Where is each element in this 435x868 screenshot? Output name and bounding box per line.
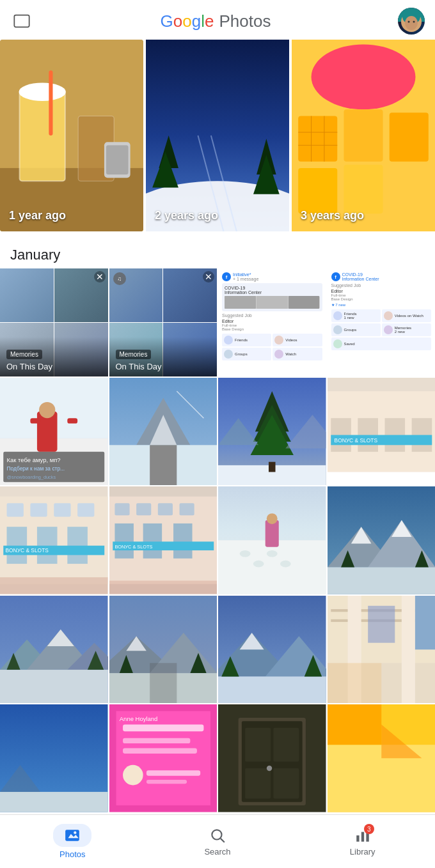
nav-item-library[interactable]: 3 Library bbox=[290, 826, 435, 856]
svg-rect-51 bbox=[269, 461, 276, 472]
photo-cell-social-2[interactable]: f COVID-19Information Center Suggested J… bbox=[328, 268, 436, 376]
photo-cell-social-1[interactable]: f Initiative*+ 1 message COVID-19Informa… bbox=[218, 268, 326, 376]
memories-overlay-1: Memories On This Day bbox=[0, 337, 108, 376]
memory-label-1: 1 year ago bbox=[9, 209, 66, 222]
photo-cell-yellow[interactable] bbox=[328, 704, 436, 812]
memories-title-1: On This Day bbox=[6, 362, 102, 371]
photo-cell-snow-person[interactable]: Как тебе амур, мп? Подбери к нам за стр.… bbox=[0, 378, 108, 486]
photos-icon bbox=[63, 826, 81, 844]
app-logo: Google Photos bbox=[161, 12, 271, 31]
svg-text:Подбери к нам за стр...: Подбери к нам за стр... bbox=[7, 465, 65, 472]
memory-card-1[interactable]: 1 year ago bbox=[0, 40, 143, 231]
svg-point-22 bbox=[312, 44, 416, 109]
svg-rect-9 bbox=[49, 70, 52, 136]
memories-overlay-2: Memories On This Day bbox=[109, 337, 217, 376]
svg-rect-84 bbox=[115, 523, 133, 559]
message-icon[interactable] bbox=[10, 10, 33, 33]
memory-card-3[interactable]: 3 years ago bbox=[292, 40, 435, 231]
nav-label-photos: Photos bbox=[59, 849, 85, 859]
svg-text:BONУC & SLOTS: BONУC & SLOTS bbox=[115, 544, 152, 550]
svg-rect-77 bbox=[0, 577, 108, 594]
svg-rect-145 bbox=[123, 748, 197, 753]
photo-cell-street-mountain[interactable] bbox=[109, 378, 217, 486]
photo-cell-landscape-2[interactable] bbox=[109, 596, 217, 704]
photo-cell-landscape-3[interactable] bbox=[218, 596, 326, 704]
photo-cell-snow-ground[interactable] bbox=[218, 486, 326, 594]
svg-point-93 bbox=[253, 561, 264, 568]
svg-rect-167 bbox=[356, 835, 359, 842]
svg-point-92 bbox=[240, 550, 251, 557]
memories-close-1[interactable]: ✕ bbox=[94, 271, 106, 283]
svg-point-4 bbox=[413, 21, 415, 23]
photo-cell-dark-door[interactable] bbox=[218, 704, 326, 812]
svg-text:Как тебе амур, мп?: Как тебе амур, мп? bbox=[7, 456, 61, 463]
svg-point-36 bbox=[39, 401, 55, 417]
avatar[interactable] bbox=[398, 8, 425, 35]
svg-rect-153 bbox=[245, 728, 271, 762]
svg-rect-139 bbox=[0, 792, 108, 812]
svg-rect-136 bbox=[328, 663, 381, 703]
social-card-2: f COVID-19Information Center Suggested J… bbox=[328, 268, 436, 376]
svg-text:@snowboarding_ducks: @snowboarding_ducks bbox=[7, 474, 56, 479]
svg-text:Anne Hoyland: Anne Hoyland bbox=[119, 715, 157, 722]
svg-rect-80 bbox=[115, 503, 129, 515]
memories-strip: 1 year ago 2 years ago bbox=[0, 40, 435, 239]
svg-point-157 bbox=[267, 766, 272, 771]
svg-rect-70 bbox=[54, 503, 70, 516]
photo-cell-ski-memories-1[interactable]: Memories On This Day ✕ bbox=[0, 268, 108, 376]
svg-rect-156 bbox=[273, 768, 299, 798]
svg-rect-82 bbox=[157, 503, 172, 515]
circle-badge-2: ♫ bbox=[113, 272, 126, 285]
photo-cell-hotel-2[interactable]: BONУC & SLOTS bbox=[109, 486, 217, 594]
nav-label-library: Library bbox=[350, 847, 376, 856]
memories-close-2[interactable]: ✕ bbox=[203, 271, 214, 283]
photo-cell-hotel-1[interactable]: BONУC & SLOTS bbox=[0, 486, 108, 594]
svg-rect-143 bbox=[123, 725, 203, 732]
photo-cell-mountain-sun[interactable] bbox=[328, 486, 436, 594]
svg-rect-73 bbox=[37, 527, 58, 564]
svg-rect-137 bbox=[415, 596, 435, 649]
nav-item-photos[interactable]: Photos bbox=[0, 824, 145, 859]
svg-rect-24 bbox=[344, 109, 383, 161]
memories-title-2: On This Day bbox=[116, 362, 211, 371]
svg-rect-154 bbox=[273, 728, 299, 762]
svg-point-164 bbox=[74, 832, 76, 834]
svg-point-95 bbox=[280, 561, 291, 568]
photo-cell-building-snow-1[interactable]: BONУC & SLOTS bbox=[328, 378, 436, 486]
svg-rect-86 bbox=[173, 523, 192, 559]
svg-rect-135 bbox=[368, 605, 395, 642]
library-badge: 3 bbox=[364, 824, 374, 834]
logo-photos-text: Photos bbox=[219, 12, 271, 31]
photo-cell-blue-sky[interactable] bbox=[0, 704, 108, 812]
svg-rect-83 bbox=[179, 503, 194, 515]
svg-rect-126 bbox=[218, 676, 326, 703]
svg-rect-0 bbox=[14, 15, 29, 27]
svg-rect-74 bbox=[67, 527, 88, 564]
search-icon bbox=[209, 826, 226, 844]
svg-rect-160 bbox=[328, 704, 381, 745]
svg-rect-65 bbox=[328, 472, 436, 485]
photo-cell-building-detail[interactable] bbox=[328, 596, 436, 704]
svg-rect-111 bbox=[0, 669, 108, 703]
svg-point-97 bbox=[267, 513, 278, 524]
svg-rect-89 bbox=[109, 580, 217, 594]
memory-card-2[interactable]: 2 years ago bbox=[146, 40, 289, 231]
svg-point-165 bbox=[212, 830, 221, 839]
svg-rect-72 bbox=[7, 527, 28, 564]
photo-cell-ski-memories-2[interactable]: ♫ Memories On This Day ✕ bbox=[109, 268, 217, 376]
memories-tag-2: Memories bbox=[116, 350, 152, 359]
svg-point-8 bbox=[19, 83, 66, 102]
nav-item-search[interactable]: Search bbox=[145, 826, 290, 856]
photo-cell-pink-poster[interactable]: Anne Hoyland bbox=[109, 704, 217, 812]
social-card-1: f Initiative*+ 1 message COVID-19Informa… bbox=[218, 268, 326, 376]
logo-google-text: Google bbox=[161, 12, 214, 31]
svg-rect-147 bbox=[146, 770, 200, 775]
svg-rect-38 bbox=[67, 418, 77, 423]
svg-rect-23 bbox=[298, 116, 337, 161]
svg-rect-12 bbox=[106, 145, 129, 174]
svg-rect-25 bbox=[390, 112, 429, 161]
photo-cell-pine-tree[interactable] bbox=[218, 378, 326, 486]
photo-cell-landscape-1[interactable] bbox=[0, 596, 108, 704]
svg-text:BONУC & SLOTS: BONУC & SLOTS bbox=[5, 547, 49, 554]
svg-rect-27 bbox=[344, 165, 383, 213]
